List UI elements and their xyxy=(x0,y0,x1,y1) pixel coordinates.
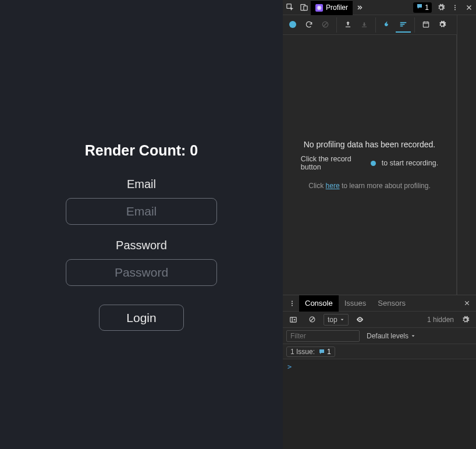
kebab-menu-icon[interactable] xyxy=(448,1,462,14)
close-drawer-icon[interactable] xyxy=(460,297,474,310)
svg-point-18 xyxy=(292,303,293,304)
record-button[interactable] xyxy=(285,17,300,33)
console-settings-icon[interactable] xyxy=(459,313,473,326)
tab-issues[interactable]: Issues xyxy=(339,295,372,312)
download-icon xyxy=(357,17,372,33)
svg-point-19 xyxy=(292,305,293,306)
svg-rect-15 xyxy=(400,25,403,26)
devtools-panel: Profiler 1 xyxy=(283,0,476,449)
inspect-element-icon[interactable] xyxy=(283,1,297,14)
svg-rect-0 xyxy=(286,4,291,9)
svg-rect-16 xyxy=(423,22,428,27)
issues-chat-icon: 1 xyxy=(318,348,331,356)
svg-point-10 xyxy=(322,22,328,27)
clear-console-icon[interactable] xyxy=(305,313,319,326)
close-devtools-icon[interactable] xyxy=(462,1,476,14)
profiler-settings-icon[interactable] xyxy=(435,17,450,33)
console-toolbar: top 1 hidden xyxy=(283,312,476,328)
log-levels-selector[interactable]: Default levels xyxy=(367,332,415,340)
svg-point-21 xyxy=(310,317,315,322)
svg-point-17 xyxy=(292,300,293,302)
tab-profiler-label: Profiler xyxy=(326,3,348,12)
console-filter-row: Default levels xyxy=(283,328,476,344)
email-label: Email xyxy=(127,178,156,191)
svg-point-6 xyxy=(317,5,321,10)
chevron-down-icon xyxy=(411,334,415,338)
issues-badge[interactable]: 1 xyxy=(413,2,432,13)
profiler-toolbar xyxy=(283,15,457,35)
svg-rect-14 xyxy=(400,23,405,24)
console-sidebar-toggle-icon[interactable] xyxy=(286,313,300,326)
profiler-hint-b: to start recording. xyxy=(382,159,438,167)
drawer-kebab-icon[interactable] xyxy=(285,297,299,310)
live-expression-icon[interactable] xyxy=(353,313,367,326)
console-issues-row: 1 Issue: 1 xyxy=(283,344,476,359)
svg-point-4 xyxy=(317,7,322,9)
console-filter-input[interactable] xyxy=(286,330,360,342)
profiler-empty-state: No profiling data has been recorded. Cli… xyxy=(283,35,457,295)
app-panel: Render Count: 0 Email Password Login xyxy=(0,0,283,449)
svg-rect-13 xyxy=(400,22,407,23)
svg-rect-2 xyxy=(303,6,307,10)
svg-point-7 xyxy=(454,5,456,6)
clear-icon xyxy=(318,17,333,33)
device-toolbar-icon[interactable] xyxy=(297,1,311,14)
flamegraph-icon[interactable] xyxy=(379,17,395,33)
tab-profiler[interactable]: Profiler xyxy=(311,0,353,15)
login-button[interactable]: Login xyxy=(99,305,184,331)
timeline-icon[interactable] xyxy=(418,17,434,33)
chevron-down-icon xyxy=(340,317,344,322)
drawer-tabbar: Console Issues Sensors xyxy=(283,295,476,312)
svg-point-5 xyxy=(317,5,321,10)
context-selector-label: top xyxy=(328,316,338,324)
tab-sensors[interactable]: Sensors xyxy=(372,295,411,312)
profiler-learn-more: Click here to learn more about profiling… xyxy=(308,182,430,190)
console-prompt-caret: > xyxy=(287,363,292,371)
email-field[interactable] xyxy=(66,198,217,225)
issues-pill-label: 1 Issue: xyxy=(290,348,315,356)
profiler-sidebar xyxy=(457,15,476,295)
profiler-hint-a: Click the record button xyxy=(301,155,365,171)
svg-point-9 xyxy=(454,9,456,10)
svg-point-3 xyxy=(319,7,320,8)
render-count-heading: Render Count: 0 xyxy=(85,142,198,159)
react-devtools-icon xyxy=(315,4,323,12)
svg-rect-20 xyxy=(290,317,297,321)
upload-icon[interactable] xyxy=(340,17,356,33)
svg-rect-12 xyxy=(362,26,367,27)
more-tabs-icon[interactable] xyxy=(353,1,367,14)
svg-point-8 xyxy=(454,7,456,8)
settings-icon[interactable] xyxy=(434,1,448,14)
issues-badge-count: 1 xyxy=(425,3,429,12)
svg-rect-11 xyxy=(346,26,350,27)
tab-console[interactable]: Console xyxy=(299,295,339,312)
profiler-nodata-text: No profiling data has been recorded. xyxy=(304,140,435,149)
hidden-messages-count[interactable]: 1 hidden xyxy=(427,316,454,324)
console-drawer: Console Issues Sensors top 1 hidde xyxy=(283,295,476,449)
svg-rect-1 xyxy=(300,5,305,10)
learn-more-link[interactable]: here xyxy=(326,182,340,190)
context-selector[interactable]: top xyxy=(324,314,349,326)
record-dot-icon xyxy=(371,161,376,166)
reload-icon[interactable] xyxy=(301,17,317,33)
log-levels-label: Default levels xyxy=(367,332,408,340)
svg-point-22 xyxy=(359,319,361,320)
password-field[interactable] xyxy=(66,259,217,286)
issues-pill[interactable]: 1 Issue: 1 xyxy=(286,347,335,357)
ranked-icon[interactable] xyxy=(396,17,411,33)
issues-pill-count: 1 xyxy=(327,348,331,356)
devtools-tabbar: Profiler 1 xyxy=(283,0,476,15)
console-output[interactable]: > xyxy=(283,359,476,449)
issues-chat-icon xyxy=(416,3,423,12)
password-label: Password xyxy=(116,239,167,252)
